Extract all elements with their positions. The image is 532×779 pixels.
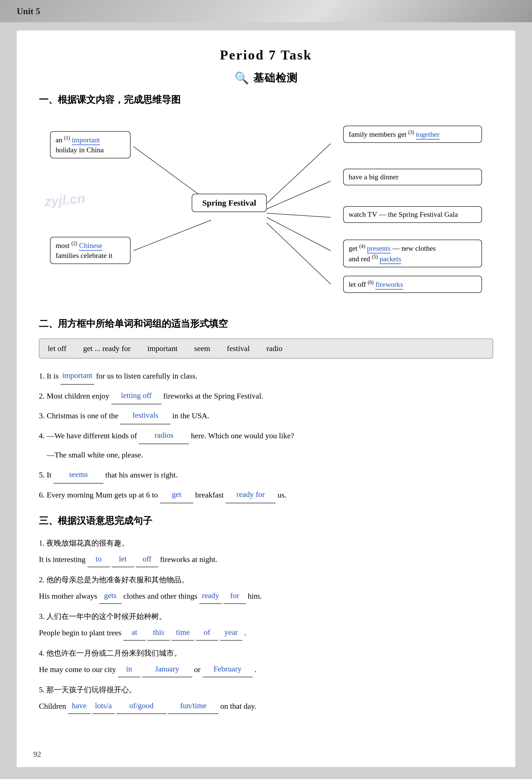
- s2-answer-4: radios: [139, 427, 189, 444]
- svg-line-2: [267, 144, 331, 203]
- mindmap-right-box-2: have a big dinner: [343, 169, 482, 185]
- s3-answer-3a: at: [123, 624, 146, 641]
- sup2: (2): [71, 241, 77, 246]
- word-5: festival: [227, 344, 250, 353]
- s3-english-5: Children have lots/a of/good fun/time on…: [39, 698, 493, 714]
- s2-answer-6b: ready for: [225, 486, 276, 503]
- word-4: seem: [194, 344, 210, 353]
- s3-answer-1c: off: [136, 551, 158, 567]
- subtitle-text: 基础检测: [253, 71, 298, 85]
- s2-answer-2: letting off: [112, 387, 161, 405]
- s3-answer-2c: for: [224, 588, 246, 604]
- answer-5: packets: [380, 255, 401, 264]
- section3-exercises: 1. 夜晚放烟花真的很有趣。 It is interesting to let …: [39, 536, 493, 714]
- section2-exercises: 1. It is important for us to listen care…: [39, 367, 493, 503]
- s3-item-3: 3. 人们在一年中的这个时候开始种树。 People begin to plan…: [39, 609, 493, 641]
- s3-answer-5b: lots/a: [92, 698, 115, 714]
- s3-item-2: 2. 他的母亲总是为他准备好衣服和其他物品。 His mother always…: [39, 572, 493, 604]
- svg-line-5: [267, 217, 331, 251]
- sup5: (5): [372, 254, 378, 259]
- s3-answer-3d: of: [196, 624, 218, 641]
- sup1: (1): [64, 135, 70, 141]
- section1-heading: 一、根据课文内容，完成思维导图: [39, 94, 493, 106]
- page-title: Period 7 Task: [39, 47, 493, 63]
- s3-answer-4a: in: [118, 661, 140, 677]
- word-3: important: [147, 344, 178, 353]
- s3-chinese-1: 1. 夜晚放烟花真的很有趣。: [39, 536, 493, 550]
- header-bar: Unit 5: [0, 0, 532, 22]
- s3-answer-1b: let: [112, 551, 134, 567]
- s3-item-5: 5. 那一天孩子们玩得很开心。 Children have lots/a of/…: [39, 682, 493, 714]
- s2-answer-5: seems: [53, 466, 103, 484]
- s3-answer-5a: have: [68, 698, 90, 714]
- s2-answer-3: festivals: [120, 407, 170, 424]
- mindmap-center: Spring Festival: [192, 194, 267, 212]
- s2-item-2: 2. Most children enjoy letting off firew…: [39, 387, 493, 405]
- word-1: let off: [48, 344, 66, 353]
- page-content: Period 7 Task 🔍 基础检测 一、根据课文内容，完成思维导图 zyj…: [17, 31, 515, 767]
- center-label: Spring Festival: [202, 198, 256, 207]
- s3-answer-5c: of/good: [116, 698, 167, 714]
- s3-item-1: 1. 夜晚放烟花真的很有趣。 It is interesting to let …: [39, 536, 493, 567]
- s2-answer-6a: get: [160, 486, 193, 503]
- s3-answer-4c: February: [203, 661, 253, 677]
- answer-3: together: [416, 130, 440, 139]
- word-6: radio: [266, 344, 282, 353]
- s2-answer-1: important: [61, 367, 94, 384]
- answer-1: important: [72, 136, 100, 145]
- s3-english-4: He may come to our city in January or Fe…: [39, 661, 493, 677]
- section2-heading: 二、用方框中所给单词和词组的适当形式填空: [39, 317, 493, 330]
- s3-english-1: It is interesting to let off fireworks a…: [39, 551, 493, 567]
- s2-item-5: 5. It seems that his answer is right.: [39, 466, 493, 484]
- mindmap-left-box-2: most (2) Chinesefamilies celebrate it: [50, 237, 131, 264]
- watermark: zyjl.cn: [44, 191, 86, 209]
- s3-english-2: His mother always gets clothes and other…: [39, 588, 493, 604]
- mindmap-right-box-4: get (4) presents — new clothesand red (5…: [343, 240, 482, 267]
- page-number: 92: [34, 750, 41, 759]
- s2-item-1: 1. It is important for us to listen care…: [39, 367, 493, 384]
- s3-chinese-5: 5. 那一天孩子们玩得很开心。: [39, 682, 493, 697]
- s3-item-4: 4. 他也许在一月份或二月份来到我们城市。 He may come to our…: [39, 646, 493, 677]
- mindmap: zyjl.cn an (1) importantholiday in China…: [39, 115, 493, 309]
- s3-english-3: People begin to plant trees at this time…: [39, 624, 493, 641]
- s3-answer-3b: this: [147, 624, 170, 641]
- s3-chinese-3: 3. 人们在一年中的这个时候开始种树。: [39, 609, 493, 624]
- word-2: get ... ready for: [83, 344, 131, 353]
- sup6: (6): [368, 280, 374, 285]
- s3-answer-3e: year: [220, 624, 242, 641]
- s2-item-6: 6. Every morning Mum gets up at 6 to get…: [39, 486, 493, 503]
- magnifier-icon: 🔍: [235, 71, 249, 85]
- s3-answer-2b: ready: [199, 588, 222, 604]
- s3-answer-3c: time: [172, 624, 194, 641]
- svg-line-6: [267, 223, 331, 284]
- unit-label: Unit 5: [17, 6, 40, 16]
- wordbox: let off get ... ready for important seem…: [39, 339, 493, 359]
- section3-heading: 三、根据汉语意思完成句子: [39, 515, 493, 527]
- s2-item-4a: 4. —We have different kinds of radios he…: [39, 427, 493, 444]
- svg-line-1: [133, 220, 211, 251]
- s3-answer-1a: to: [87, 551, 110, 567]
- s3-answer-2a: gets: [99, 588, 121, 604]
- answer-4: presents: [367, 244, 391, 253]
- mindmap-right-box-5: let off (6) fireworks: [343, 276, 482, 293]
- answer-6: fireworks: [375, 281, 403, 290]
- s2-item-3: 3. Christmas is one of the festivals in …: [39, 407, 493, 424]
- answer-2: Chinese: [79, 241, 103, 251]
- sup4: (4): [359, 243, 365, 249]
- mindmap-right-box-1: family members get (3) together: [343, 126, 482, 143]
- mindmap-left-box-1: an (1) importantholiday in China: [50, 131, 131, 159]
- mindmap-right-box-3: watch TV — the Spring Festival Gala: [343, 206, 482, 223]
- s3-chinese-4: 4. 他也许在一月份或二月份来到我们城市。: [39, 646, 493, 661]
- s3-answer-5d: fun/time: [169, 698, 218, 714]
- svg-line-4: [267, 213, 331, 217]
- s2-item-4b: —The small white one, please.: [39, 446, 493, 464]
- subtitle-row: 🔍 基础检测: [39, 71, 493, 85]
- s3-answer-4b: January: [142, 661, 192, 677]
- sup3: (3): [408, 129, 414, 135]
- s3-chinese-2: 2. 他的母亲总是为他准备好衣服和其他物品。: [39, 572, 493, 587]
- svg-line-3: [267, 181, 331, 209]
